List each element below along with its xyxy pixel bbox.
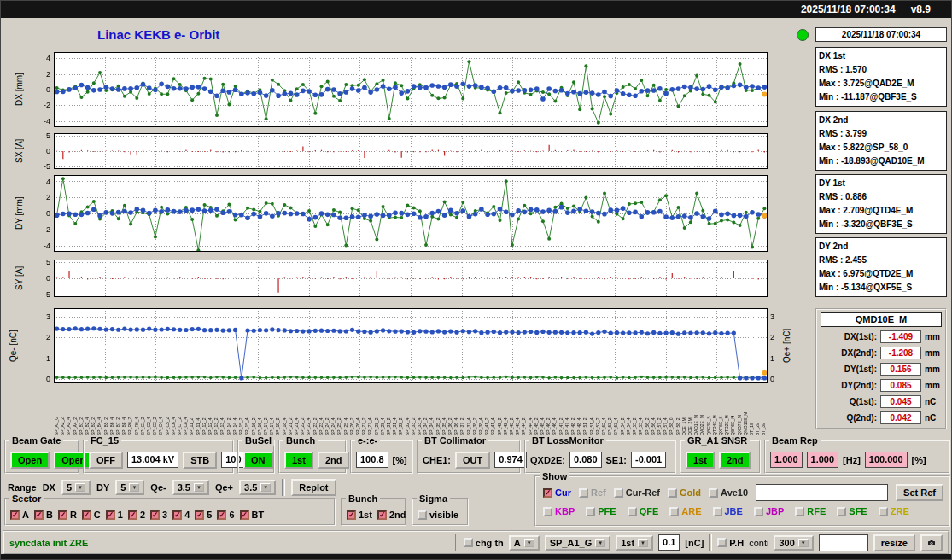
range-qep-value: 3.5 <box>244 482 257 493</box>
sector-checkbox-a[interactable]: ✓ <box>10 510 20 520</box>
resize-button[interactable]: resize <box>873 534 915 551</box>
sector-select[interactable]: A ▼ <box>509 535 540 551</box>
fc15-stb-button[interactable]: STB <box>183 452 217 469</box>
show-item-are: ARE <box>669 506 701 516</box>
qxd2e-readout: 0.080 <box>569 452 602 468</box>
bunch-2nd-button[interactable]: 2nd <box>318 452 350 469</box>
set-ref-button[interactable]: Set Ref <box>896 484 943 501</box>
range-qem-select[interactable]: 3.5 ▼ <box>172 480 209 495</box>
show-checkbox-pfe[interactable] <box>586 507 595 516</box>
show-checkbox-ref[interactable] <box>579 488 588 498</box>
y-tick-label: -2 <box>30 101 50 109</box>
statusbar-input[interactable] <box>819 534 868 551</box>
sector-item-b: ✓B <box>34 510 53 520</box>
threshold-unit: [nC] <box>685 538 704 548</box>
snsr-2nd-button[interactable]: 2nd <box>719 452 751 469</box>
bpm-row-value: -1.409 <box>880 330 921 343</box>
show-checkbox-curref[interactable] <box>614 488 623 498</box>
titlebar-version: v8.9 <box>911 3 931 15</box>
screenshot-button[interactable] <box>920 534 943 551</box>
bunch-select[interactable]: 1st ▼ <box>616 535 653 551</box>
range-qem-value: 3.5 <box>178 482 190 493</box>
y-tick-label: -4 <box>30 242 50 250</box>
x-axis-label: SP_51_4 <box>589 386 595 435</box>
show-checkbox-ave10[interactable] <box>709 488 718 498</box>
show-item-rfe: RFE <box>795 506 826 516</box>
bunch-view-label-1st: 1st <box>359 510 372 520</box>
bpm-row-value: 0.156 <box>880 363 921 376</box>
chg-th-checkbox[interactable] <box>464 538 473 547</box>
separator <box>455 534 458 551</box>
ph-checkbox[interactable] <box>717 538 727 547</box>
sector-label-a: A <box>22 510 29 520</box>
sector-checkbox-4[interactable]: ✓ <box>172 510 182 520</box>
x-axis-label: SP_11_4 <box>196 386 201 435</box>
sector-checkbox-1[interactable]: ✓ <box>106 510 115 520</box>
show-checkbox-zre[interactable] <box>879 507 888 516</box>
busel-on-button[interactable]: ON <box>243 452 273 469</box>
sector-checkbox-r[interactable]: ✓ <box>58 510 67 520</box>
x-axis-label: SP_46_4 <box>552 386 558 435</box>
show-checkbox-jbp[interactable] <box>754 507 763 516</box>
bpm-row: DY(2nd): 0.085 mm <box>821 377 942 394</box>
che1-out-button[interactable]: OUT <box>455 452 490 469</box>
chg-th-label: chg th <box>476 538 504 548</box>
camera-icon <box>928 538 935 548</box>
x-axis-label: SP_35_4 <box>441 386 447 435</box>
sector-checkbox-bt[interactable]: ✓ <box>240 510 249 520</box>
show-checkboxes: ✓CurRefCur-RefGoldAve10 <box>543 487 748 498</box>
beam-gate-open-1-button[interactable]: Open <box>10 452 50 469</box>
bpm-select[interactable]: SP_A1_G ▼ <box>545 535 610 551</box>
sector-checkbox-5[interactable]: ✓ <box>195 510 204 520</box>
bunch-1st-button[interactable]: 1st <box>284 452 313 469</box>
x-axis-label: SP_25_4 <box>343 386 349 435</box>
sector-label-4: 4 <box>184 510 190 520</box>
sector-checkbox-c[interactable]: ✓ <box>82 510 91 520</box>
y-tick-label: 5 <box>30 258 50 266</box>
range-dy-select[interactable]: 5 ▼ <box>115 480 144 495</box>
sigma-visible-checkbox[interactable] <box>418 510 427 520</box>
replot-button[interactable]: Replot <box>291 479 336 496</box>
x-axis-label: SP_21_2 <box>288 386 294 435</box>
stat-max: Max : 5.822@SP_58_0 <box>819 141 943 155</box>
snsr-1st-button[interactable]: 1st <box>686 452 715 469</box>
sector-checkbox-b[interactable]: ✓ <box>34 510 44 520</box>
show-checkbox-cur[interactable]: ✓ <box>543 488 552 498</box>
x-axis-label: SP_34_4 <box>429 386 435 435</box>
range-dx-select[interactable]: 5 ▼ <box>61 480 91 495</box>
bpm-row: Q(2nd): 0.042 nC <box>821 410 942 426</box>
sector-checkbox-3[interactable]: ✓ <box>150 510 160 520</box>
bunch-view-checkbox-1st[interactable]: ✓ <box>347 510 356 520</box>
y-tick-label: 0 <box>30 375 50 383</box>
show-item-kbp: KBP <box>543 506 575 516</box>
dropdown-arrow-icon: ▼ <box>638 539 648 547</box>
sector-checkbox-6[interactable]: ✓ <box>217 510 226 520</box>
x-axis-label: SP_B1_2 <box>79 386 85 435</box>
bpm-row-label: Q(1st): <box>850 397 877 406</box>
bpm-row: DX(2nd): -1.208 mm <box>821 345 942 361</box>
se1-readout: -0.001 <box>631 452 666 468</box>
show-checkbox-rfe[interactable] <box>795 507 804 516</box>
show-checkbox-sfe[interactable] <box>837 507 846 516</box>
fc15-off-button[interactable]: OFF <box>89 452 123 469</box>
range-qep-select[interactable]: 3.5 ▼ <box>239 480 276 495</box>
x-axis-label: SP_56_4 <box>651 386 657 435</box>
range-dy-value: 5 <box>120 482 126 493</box>
interval-select[interactable]: 300 ▼ <box>774 535 813 551</box>
threshold-field[interactable]: 0.1 <box>658 534 680 551</box>
dropdown-arrow-icon: ▼ <box>129 483 139 492</box>
x-axis-label: SP_25_2 <box>336 386 342 435</box>
show-checkbox-kbp[interactable] <box>543 507 552 516</box>
bunch-view-checkbox-2nd[interactable]: ✓ <box>377 510 387 520</box>
show-checkbox-jbe[interactable] <box>713 507 722 516</box>
sigma-visible-label: visible <box>429 510 458 520</box>
sector-checkbox-2[interactable]: ✓ <box>128 510 137 520</box>
x-axis-label: SP_13_4 <box>219 386 225 435</box>
x-axis-label: SP_B5_2 <box>103 386 109 435</box>
stat-min: Min : -11.187@QBF3E_S <box>819 90 943 104</box>
x-axis-label: SP_23_2 <box>312 386 318 435</box>
show-checkbox-are[interactable] <box>669 507 679 516</box>
ref-file-input[interactable] <box>756 484 888 501</box>
show-checkbox-qfe[interactable] <box>628 507 637 516</box>
show-checkbox-gold[interactable] <box>668 488 677 498</box>
